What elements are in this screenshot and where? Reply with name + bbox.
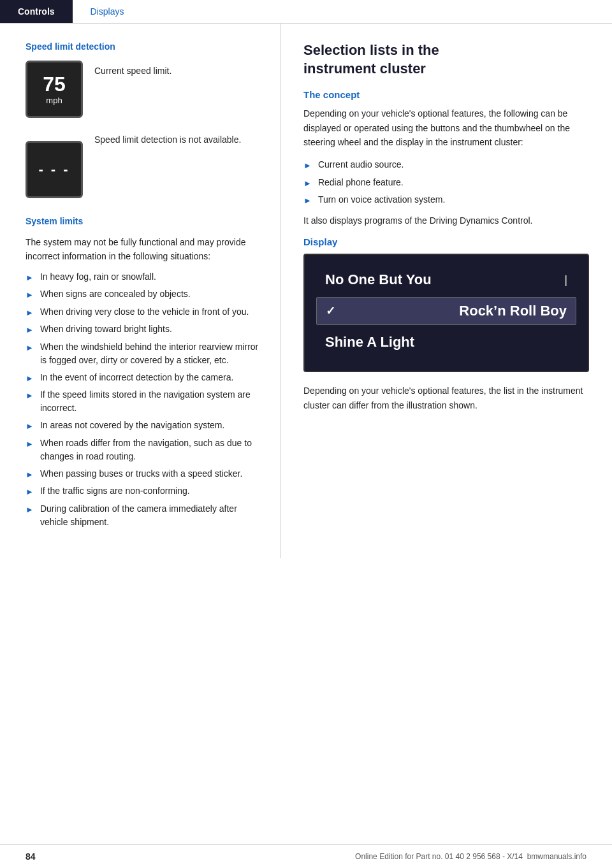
left-column: Speed limit detection 75 mph Current spe… [0, 24, 280, 558]
bullet-arrow: ► [26, 420, 34, 433]
bullet-text: In areas not covered by the navigation s… [40, 419, 225, 432]
cluster-row: Shine A Light [316, 329, 576, 356]
footer: 84 Online Edition for Part no. 01 40 2 9… [0, 844, 612, 868]
system-limits-section: System limits The system may not be full… [26, 216, 261, 529]
bullet-arrow: ► [26, 486, 34, 498]
bullet-arrow: ► [26, 342, 34, 354]
bullet-text: Current audio source. [318, 158, 404, 171]
bullet-arrow: ► [303, 194, 312, 207]
bullet-text: When roads differ from the navigation, s… [40, 437, 261, 463]
speed-detection-heading: Speed limit detection [26, 41, 261, 52]
bullet-text: In the event of incorrect detection by t… [40, 371, 234, 384]
bullet-arrow: ► [26, 324, 34, 336]
display-heading: Display [303, 236, 589, 247]
bullet-arrow: ► [26, 271, 34, 284]
cluster-row-text: Rock’n Roll Boy [459, 303, 567, 319]
list-item: ►If the traffic signs are non-conforming… [26, 484, 261, 498]
list-item: ►Redial phone feature. [303, 176, 589, 190]
bullet-arrow: ► [303, 159, 312, 172]
bullet-arrow: ► [26, 503, 34, 516]
speed-na-row: - - - Speed limit detection is not avail… [26, 129, 261, 198]
bullet-arrow: ► [26, 372, 34, 385]
list-item: ►During calibration of the camera immedi… [26, 502, 261, 529]
bullet-arrow: ► [26, 307, 34, 319]
speed-sign-75: 75 mph [26, 61, 83, 118]
list-item: ►In heavy fog, rain or snowfall. [26, 270, 261, 284]
speed-current-desc: Current speed limit. [94, 61, 171, 78]
concept-bullet-list: ►Current audio source.►Redial phone feat… [303, 158, 589, 207]
cluster-row-text: Shine A Light [325, 334, 414, 351]
speed-dashes: - - - [38, 161, 69, 178]
speed-current-row: 75 mph Current speed limit. [26, 61, 261, 118]
list-item: ►Turn on voice activation system. [303, 193, 589, 207]
header-tabs: Controls Displays [0, 0, 612, 24]
concept-text: Depending on your vehicle's optional fea… [303, 106, 589, 149]
display-caption: Depending on your vehicle's optional fea… [303, 384, 589, 412]
list-item: ►When driving toward bright lights. [26, 322, 261, 336]
main-heading: Selection lists in the instrument cluste… [303, 41, 589, 78]
bullet-arrow: ► [26, 438, 34, 451]
list-item: ►In the event of incorrect detection by … [26, 371, 261, 385]
display-section: Display No One But You|✓Rock’n Roll BoyS… [303, 236, 589, 412]
footer-info: Online Edition for Part no. 01 40 2 956 … [355, 852, 586, 861]
tab-displays[interactable]: Displays [73, 0, 142, 23]
list-item: ►When signs are concealed by objects. [26, 287, 261, 301]
tab-controls[interactable]: Controls [0, 0, 73, 23]
main-heading-line1: Selection lists in the [303, 42, 439, 58]
bullet-text: When passing buses or trucks with a spee… [40, 467, 242, 481]
bullet-text: When the windshield behind the interior … [40, 340, 261, 367]
speed-na-desc: Speed limit detection is not available. [94, 129, 241, 147]
content-wrapper: Speed limit detection 75 mph Current spe… [0, 24, 612, 558]
concept-closing: It also displays programs of the Driving… [303, 213, 589, 228]
bullet-arrow: ► [26, 289, 34, 301]
cursor-indicator: | [564, 273, 567, 287]
list-item: ►When driving very close to the vehicle … [26, 305, 261, 319]
speed-unit: mph [46, 96, 62, 105]
page-number: 84 [26, 851, 36, 862]
check-icon: ✓ [326, 304, 335, 318]
cluster-row: ✓Rock’n Roll Boy [316, 297, 576, 325]
bullet-text: In heavy fog, rain or snowfall. [40, 270, 156, 284]
system-limits-heading: System limits [26, 216, 261, 226]
bullet-text: When signs are concealed by objects. [40, 287, 191, 301]
bullet-text: Redial phone feature. [318, 176, 404, 189]
list-item: ►If the speed limits stored in the navig… [26, 388, 261, 415]
bullet-text: Turn on voice activation system. [318, 193, 445, 206]
system-limits-list: ►In heavy fog, rain or snowfall.►When si… [26, 270, 261, 529]
cluster-display: No One But You|✓Rock’n Roll BoyShine A L… [303, 254, 589, 372]
list-item: ►When roads differ from the navigation, … [26, 437, 261, 463]
concept-heading: The concept [303, 89, 589, 100]
cluster-row: No One But You| [316, 266, 576, 293]
bullet-arrow: ► [26, 468, 34, 481]
list-item: ►When passing buses or trucks with a spe… [26, 467, 261, 481]
bullet-text: If the traffic signs are non-conforming. [40, 484, 190, 498]
speed-number: 75 [43, 74, 66, 94]
cluster-row-text: No One But You [325, 271, 432, 288]
speed-sign-na: - - - [26, 141, 83, 198]
bullet-text: If the speed limits stored in the naviga… [40, 388, 261, 415]
right-column: Selection lists in the instrument cluste… [280, 24, 612, 558]
system-limits-intro: The system may not be fully functional a… [26, 235, 261, 264]
list-item: ►Current audio source. [303, 158, 589, 172]
list-item: ►In areas not covered by the navigation … [26, 419, 261, 433]
bullet-arrow: ► [303, 177, 312, 190]
bullet-arrow: ► [26, 389, 34, 402]
list-item: ►When the windshield behind the interior… [26, 340, 261, 367]
bullet-text: During calibration of the camera immedia… [40, 502, 261, 529]
main-heading-line2: instrument cluster [303, 61, 426, 76]
bullet-text: When driving toward bright lights. [40, 322, 172, 336]
bullet-text: When driving very close to the vehicle i… [40, 305, 249, 319]
